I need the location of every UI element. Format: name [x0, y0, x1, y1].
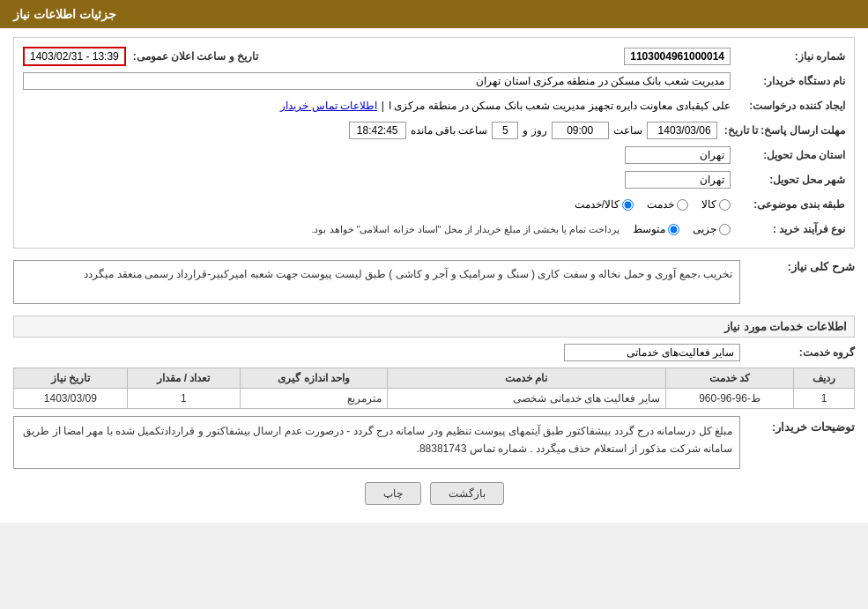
- creator-row: ایجاد کننده درخواست: علی کیقبادی معاونت …: [23, 95, 845, 116]
- category-radio-khedmat-input[interactable]: [677, 199, 688, 211]
- process-label: نوع فرآیند خرید :: [731, 223, 845, 235]
- category-radio-kala-input[interactable]: [719, 199, 731, 211]
- table-row: 1ط-96-96-960سایر فعالیت های خدماتی شخصیم…: [14, 389, 855, 409]
- province-row: استان محل تحویل: تهران: [23, 145, 845, 166]
- process-radio-jozi-input[interactable]: [719, 224, 731, 235]
- process-radio-motavasset[interactable]: متوسط: [633, 223, 679, 235]
- send-days-label: روز و: [523, 124, 546, 137]
- cell-2: سایر فعالیت های خدماتی شخصی: [387, 389, 665, 409]
- process-radio-jozi-label: جزیی: [693, 223, 716, 235]
- desc-value: تخریب ،جمع آوری و حمل نخاله و سفت کاری (…: [13, 260, 740, 304]
- col-count: تعداد / مقدار: [127, 368, 241, 389]
- category-radio-both[interactable]: کالا/خدمت: [575, 198, 634, 211]
- notes-label: توضیحات خریدار:: [740, 416, 855, 434]
- notes-value: مبلغ کل درسامانه درج گردد بیشفاکتور طبق …: [13, 416, 740, 469]
- services-table-body: 1ط-96-96-960سایر فعالیت های خدماتی شخصیم…: [14, 389, 855, 409]
- send-remain-value: 18:42:45: [349, 122, 406, 139]
- process-radio-motavasset-label: متوسط: [633, 223, 665, 235]
- cell-0: 1: [794, 389, 855, 409]
- announce-value: 1403/02/31 - 13:39: [23, 47, 126, 66]
- page-header: جزئیات اطلاعات نیاز: [0, 0, 868, 28]
- notes-row: توضیحات خریدار: مبلغ کل درسامانه درج گرد…: [13, 416, 855, 469]
- back-button[interactable]: بازگشت: [430, 482, 504, 505]
- category-radio-both-input[interactable]: [622, 199, 634, 211]
- send-date-row: مهلت ارسال پاسخ: تا تاریخ: 1403/03/06 سا…: [23, 120, 845, 141]
- process-radio-jozi[interactable]: جزیی: [693, 223, 731, 235]
- creator-link[interactable]: اطلاعات تماس خریدار: [280, 100, 377, 112]
- org-name-row: نام دستگاه خریدار: مدیریت شعب بانک مسکن …: [23, 71, 845, 92]
- cell-5: 1403/03/09: [14, 389, 128, 409]
- category-radio-kala-label: کالا: [701, 198, 716, 211]
- announce-label: تاریخ و ساعت اعلان عمومی:: [126, 50, 267, 63]
- creator-label: ایجاد کننده درخواست:: [731, 100, 845, 112]
- col-row: ردیف: [794, 368, 855, 389]
- process-row: نوع فرآیند خرید : جزیی متوسط پرداخت تمام…: [23, 219, 845, 240]
- category-label: طبقه بندی موضوعی:: [731, 198, 845, 211]
- service-group-row: گروه خدمت: سایر فعالیت‌های خدماتی: [13, 342, 855, 363]
- services-table-header-row: ردیف کد خدمت نام خدمت واحد اندازه گیری ت…: [14, 368, 855, 389]
- main-info-box: شماره نیاز: 1103004961000014 تاریخ و ساع…: [13, 37, 855, 249]
- creator-value: علی کیقبادی معاونت دایره تجهیز مدیریت شع…: [389, 100, 731, 112]
- process-note: پرداخت تمام یا بخشی از مبلغ خریدار از مح…: [311, 224, 619, 235]
- col-date: تاریخ نیاز: [14, 368, 128, 389]
- category-radio-khedmat[interactable]: خدمت: [647, 198, 688, 211]
- cell-4: 1: [127, 389, 241, 409]
- need-number-row: شماره نیاز: 1103004961000014 تاریخ و ساع…: [23, 46, 845, 67]
- send-time-value: 09:00: [552, 122, 609, 139]
- page-container: جزئیات اطلاعات نیاز شماره نیاز: 11030049…: [0, 0, 868, 523]
- col-code: کد خدمت: [665, 368, 794, 389]
- cell-1: ط-96-96-960: [665, 389, 794, 409]
- category-radio-group: کالا خدمت کالا/خدمت: [575, 198, 731, 211]
- service-group-label: گروه خدمت:: [740, 346, 855, 359]
- button-row: بازگشت چاپ: [13, 482, 855, 505]
- province-value: تهران: [625, 146, 731, 164]
- process-radio-group: جزیی متوسط: [633, 223, 731, 235]
- need-number-value: 1103004961000014: [624, 48, 731, 65]
- city-label: شهر محل تحویل:: [731, 174, 845, 186]
- org-name-value: مدیریت شعب بانک مسکن در منطقه مرکزی استا…: [23, 72, 731, 90]
- send-time-label: ساعت: [613, 124, 642, 137]
- desc-row: شرح کلی نیاز: تخریب ،جمع آوری و حمل نخال…: [13, 256, 855, 308]
- desc-title: شرح کلی نیاز:: [740, 256, 855, 273]
- send-date-label: مهلت ارسال پاسخ: تا تاریخ:: [717, 124, 845, 137]
- city-row: شهر محل تحویل: تهران: [23, 169, 845, 190]
- category-row: طبقه بندی موضوعی: کالا خدمت کالا/خدمت: [23, 194, 845, 215]
- province-label: استان محل تحویل:: [731, 149, 845, 161]
- services-table-head: ردیف کد خدمت نام خدمت واحد اندازه گیری ت…: [14, 368, 855, 389]
- content-area: شماره نیاز: 1103004961000014 تاریخ و ساع…: [0, 28, 868, 523]
- send-date-value: 1403/03/06: [647, 122, 717, 139]
- category-radio-khedmat-label: خدمت: [647, 198, 674, 211]
- page-title: جزئیات اطلاعات نیاز: [13, 7, 116, 21]
- need-number-label: شماره نیاز:: [731, 50, 845, 63]
- send-days-value: 5: [492, 122, 518, 139]
- services-table: ردیف کد خدمت نام خدمت واحد اندازه گیری ت…: [13, 368, 855, 409]
- city-value: تهران: [625, 171, 731, 189]
- col-name: نام خدمت: [387, 368, 665, 389]
- service-group-value: سایر فعالیت‌های خدماتی: [564, 344, 740, 361]
- send-remain-label: ساعت باقی مانده: [411, 124, 488, 137]
- category-radio-kala[interactable]: کالا: [701, 198, 731, 211]
- process-radio-motavasset-input[interactable]: [668, 224, 679, 235]
- category-radio-both-label: کالا/خدمت: [575, 198, 619, 211]
- cell-3: مترمربع: [241, 389, 388, 409]
- print-button[interactable]: چاپ: [365, 482, 421, 505]
- org-name-label: نام دستگاه خریدار:: [731, 75, 845, 87]
- col-unit: واحد اندازه گیری: [241, 368, 388, 389]
- services-section-title: اطلاعات خدمات مورد نیاز: [13, 316, 855, 338]
